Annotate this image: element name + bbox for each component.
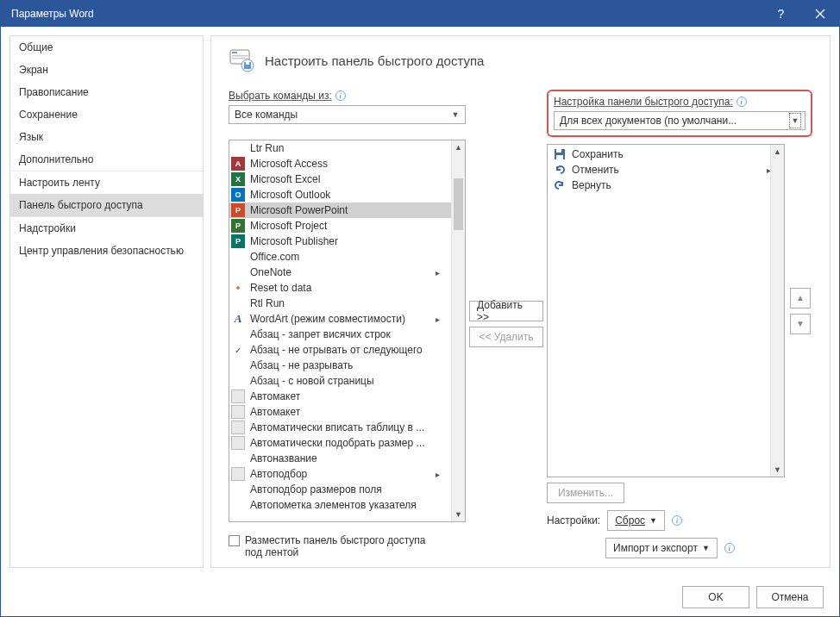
command-item[interactable]: PMicrosoft Project [229,218,451,234]
command-label: Автоназвание [250,452,436,464]
submenu-icon: ▸ [436,268,448,277]
sidebar-item-language[interactable]: Язык [10,126,203,148]
command-item[interactable]: Автоматически вписать таблицу в ... [229,420,451,435]
command-item[interactable]: Абзац - запрет висячих строк [229,327,451,342]
command-item[interactable]: PMicrosoft Publisher [229,234,451,249]
redo-icon [553,178,567,192]
submenu-icon: ▸ [436,470,448,479]
reset-button[interactable]: Сброс▼ [607,510,665,531]
app-icon: P [231,234,245,248]
sidebar-item-quick-access[interactable]: Панель быстрого доступа [10,194,203,217]
qat-item[interactable]: Сохранить [548,146,784,162]
sidebar-item-display[interactable]: Экран [10,59,203,81]
app-icon [231,327,245,341]
customize-qat-dropdown[interactable]: Для всех документов (по умолчани... ▼ [554,111,806,130]
move-up-button[interactable]: ▲ [790,288,811,308]
qat-listbox[interactable]: СохранитьОтменить▸Вернуть ▲ ▼ [547,144,785,477]
settings-label: Настройки: [547,514,600,527]
page-title: Настроить панель быстрого доступа [265,53,484,68]
command-item[interactable]: AMicrosoft Access [229,156,451,171]
command-label: Rtl Run [250,297,436,309]
command-item[interactable]: XMicrosoft Excel [229,171,451,187]
remove-button[interactable]: << Удалить [469,327,543,347]
command-item[interactable]: PMicrosoft PowerPoint [229,203,451,218]
sidebar-item-save[interactable]: Сохранение [10,103,203,126]
command-label: Абзац - не отрывать от следующего [250,344,436,356]
svg-rect-2 [232,55,248,57]
command-item[interactable]: Автоподбор размеров поля [229,482,451,497]
scroll-down-icon[interactable]: ▼ [452,508,465,521]
command-label: Microsoft Publisher [250,235,436,247]
command-item[interactable]: Rtl Run [229,296,451,311]
sidebar-item-customize-ribbon[interactable]: Настроить ленту [10,171,203,194]
command-label: Абзац - с новой страницы [250,375,436,387]
command-item[interactable]: Автопометка элементов указателя [229,497,451,513]
command-label: Microsoft Project [250,220,436,232]
command-item[interactable]: OneNote▸ [229,265,451,280]
app-icon [231,452,245,465]
choose-commands-dropdown[interactable]: Все команды ▼ [229,105,466,124]
command-item[interactable]: AWordArt (режим совместимости)▸ [229,311,451,327]
command-item[interactable]: Автоподбор▸ [229,466,451,482]
close-button[interactable] [800,1,839,27]
command-item[interactable]: Абзац - не разрывать [229,358,451,373]
sidebar-item-proofing[interactable]: Правописание [10,81,203,103]
command-label: Reset to data [250,282,436,294]
sidebar-item-addins[interactable]: Надстройки [10,217,203,240]
qat-item-label: Вернуть [572,179,767,191]
modify-button[interactable]: Изменить... [547,483,624,503]
svg-rect-6 [246,62,249,65]
help-button[interactable]: ? [762,1,800,27]
import-export-button[interactable]: Импорт и экспорт▼ [605,538,718,558]
app-icon: • [231,281,245,295]
command-item[interactable]: Автоназвание [229,451,451,466]
sidebar-item-general[interactable]: Общие [10,36,203,59]
command-item[interactable]: Автомакет [229,389,451,404]
app-icon: X [231,172,245,186]
ok-button[interactable]: OK [682,586,749,608]
command-item[interactable]: OMicrosoft Outlook [229,187,451,203]
command-item[interactable]: Ltr Run [229,140,451,156]
command-label: OneNote [250,266,436,278]
app-icon [231,436,245,450]
sidebar-item-trust-center[interactable]: Центр управления безопасностью [10,240,203,262]
qat-item[interactable]: Отменить▸ [548,162,784,178]
move-down-button[interactable]: ▼ [790,314,811,334]
qat-item-label: Сохранить [572,148,767,160]
sidebar-item-advanced[interactable]: Дополнительно [10,148,203,171]
app-icon: P [231,219,245,233]
app-icon [231,390,245,403]
add-button[interactable]: Добавить >> [469,301,543,321]
command-label: Автоподбор [250,468,436,480]
app-icon: ✓ [231,343,245,357]
command-item[interactable]: Абзац - с новой страницы [229,373,451,389]
command-item[interactable]: ✓Абзац - не отрывать от следующего [229,342,451,358]
chevron-down-icon: ▼ [449,110,461,119]
info-icon[interactable]: i [737,97,747,107]
info-icon[interactable]: i [724,543,735,553]
scrollbar[interactable]: ▲ ▼ [451,140,465,521]
scrollbar[interactable]: ▲ ▼ [770,145,784,477]
qat-item[interactable]: Вернуть [548,178,784,193]
scroll-thumb[interactable] [454,178,463,230]
cancel-button[interactable]: Отмена [756,586,824,608]
app-icon [231,498,245,512]
command-label: Автоматически вписать таблицу в ... [250,421,436,433]
command-item[interactable]: Office.com [229,249,451,265]
app-icon [231,405,245,419]
info-icon[interactable]: i [672,515,682,526]
info-icon[interactable]: i [335,90,346,101]
category-sidebar: Общие Экран Правописание Сохранение Язык… [9,35,204,568]
app-icon: A [231,157,245,171]
command-item[interactable]: •Reset to data [229,280,451,296]
app-icon [231,141,245,155]
command-item[interactable]: Автоматически подобрать размер ... [229,435,451,451]
command-item[interactable]: Автомакет [229,404,451,420]
command-label: Microsoft Access [250,158,436,170]
scroll-down-icon[interactable]: ▼ [771,463,784,477]
scroll-up-icon[interactable]: ▲ [452,140,465,154]
scroll-up-icon[interactable]: ▲ [771,145,784,159]
commands-listbox[interactable]: Ltr RunAMicrosoft AccessXMicrosoft Excel… [229,140,466,522]
command-label: Абзац - не разрывать [250,359,436,371]
show-below-ribbon-checkbox[interactable] [229,535,240,546]
